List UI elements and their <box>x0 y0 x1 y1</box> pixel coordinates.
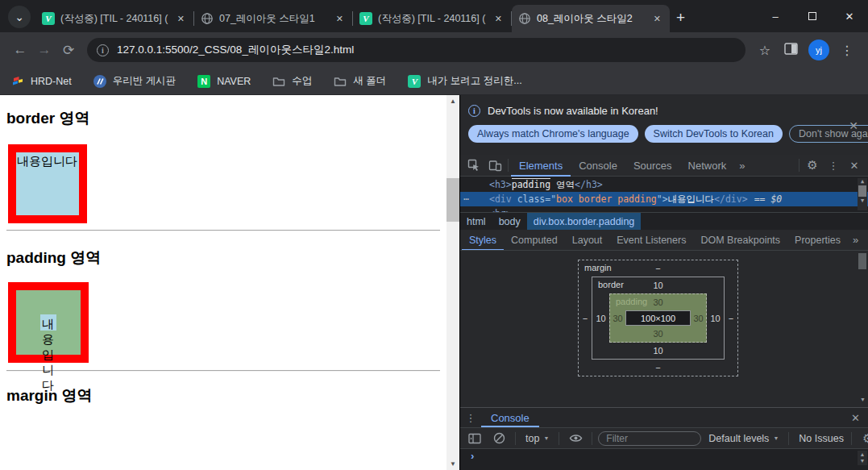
tab-elements[interactable]: Elements <box>511 155 571 177</box>
profile-avatar[interactable]: yj <box>808 40 829 60</box>
tab-search-button[interactable]: ⌄ <box>8 6 31 28</box>
site-info-icon[interactable]: i <box>97 44 109 56</box>
infobar-close-icon[interactable]: ✕ <box>849 119 858 132</box>
tab-network[interactable]: Network <box>680 155 735 177</box>
padding-right-value[interactable]: 30 <box>691 310 706 326</box>
browser-menu-button[interactable]: ⋮ <box>834 43 860 58</box>
reload-button[interactable]: ⟳ <box>56 42 81 59</box>
match-language-button[interactable]: Always match Chrome's language <box>468 125 638 143</box>
issues-counter[interactable]: No Issues <box>795 433 848 444</box>
tab-properties[interactable]: Properties <box>787 230 848 251</box>
bookmark-folder-sueop[interactable]: 수업 <box>272 74 312 88</box>
scroll-down-icon[interactable]: ▼ <box>860 397 866 402</box>
scroll-up-icon[interactable]: ▲ <box>860 451 866 458</box>
close-icon[interactable]: ✕ <box>175 14 187 24</box>
more-tabs-icon[interactable]: » <box>734 160 750 172</box>
tab-dom-breakpoints[interactable]: DOM Breakpoints <box>693 230 787 251</box>
box-model-content[interactable]: 100×100 <box>625 310 691 326</box>
padding-bottom-value[interactable]: 30 <box>625 326 691 342</box>
devtools-close-icon[interactable]: ✕ <box>844 160 865 172</box>
scrollbar-thumb[interactable] <box>446 178 459 222</box>
padding-left-value[interactable]: 30 <box>610 310 625 326</box>
scrollbar-thumb[interactable] <box>858 185 866 197</box>
bookmark-velog[interactable]: V 내가 보려고 정리한... <box>408 74 521 88</box>
bookmark-hrdnet[interactable]: HRD-Net <box>11 75 72 88</box>
bookmark-classboard[interactable]: 우리반 게시판 <box>93 74 176 88</box>
console-sidebar-icon[interactable] <box>464 433 485 444</box>
box-model-padding[interactable]: padding 30 30 30 30 100×100 <box>609 293 707 343</box>
drawer-close-icon[interactable]: ✕ <box>851 412 860 424</box>
margin-left-value[interactable]: − <box>579 277 592 360</box>
breadcrumb-body[interactable]: body <box>492 213 527 230</box>
drawer-menu-icon[interactable]: ⋮ <box>460 412 481 424</box>
dom-line-h3[interactable]: <h3>padding 영역</h3> <box>460 177 868 192</box>
console-prompt[interactable]: › ▲ ▼ <box>460 449 868 470</box>
scrollbar-thumb[interactable] <box>858 253 866 269</box>
dom-line-hr[interactable]: <hr> <box>460 206 868 212</box>
log-levels-selector[interactable]: Default levels ▼ <box>704 433 783 444</box>
levels-label: Default levels <box>708 433 769 444</box>
close-icon[interactable]: ✕ <box>651 14 663 24</box>
scroll-down-icon[interactable]: ▼ <box>861 198 864 204</box>
browser-tab-2[interactable]: 07_레이아웃 스타일1 ✕ <box>194 5 352 32</box>
breadcrumb-selected-div[interactable]: div.box.border.padding <box>527 213 642 230</box>
scroll-down-icon[interactable]: ▼ <box>860 458 866 464</box>
bookmark-folder-new[interactable]: 새 폴더 <box>334 74 386 88</box>
tab-console[interactable]: Console <box>571 155 625 177</box>
dom-tree-scrollbar[interactable]: ▲ ▼ <box>858 178 867 210</box>
clear-console-icon[interactable] <box>488 432 509 444</box>
console-scrollbar[interactable]: ▲ ▼ <box>858 451 867 465</box>
browser-tab-1[interactable]: V (작성중) [TIL - 240116] ( ✕ <box>35 5 193 32</box>
switch-korean-button[interactable]: Switch DevTools to Korean <box>645 125 783 143</box>
scroll-down-icon[interactable]: ▼ <box>446 460 459 468</box>
maximize-button[interactable] <box>794 0 831 32</box>
tab-sources[interactable]: Sources <box>625 155 680 177</box>
close-icon[interactable]: ✕ <box>492 14 505 24</box>
scroll-up-icon[interactable]: ▲ <box>446 98 459 105</box>
inspect-element-icon[interactable] <box>463 159 484 172</box>
devtools-panel: i DevTools is now available in Korean! ✕… <box>459 95 868 470</box>
box-model-margin[interactable]: margin − − − − border 10 10 10 10 padd <box>578 260 738 376</box>
console-filter-input[interactable] <box>598 431 701 446</box>
border-top-value[interactable]: 10 <box>609 277 707 293</box>
more-sidebar-tabs-icon[interactable]: » <box>848 234 863 246</box>
side-panel-button[interactable] <box>778 43 804 58</box>
device-toolbar-icon[interactable] <box>484 160 505 172</box>
gear-icon[interactable]: ⚙ <box>802 158 823 173</box>
browser-tab-4-active[interactable]: 08_레이아웃 스타일2 ✕ <box>512 5 670 32</box>
page-scrollbar[interactable]: ▲ ▼ <box>446 95 459 470</box>
eye-icon[interactable] <box>565 433 586 443</box>
back-button[interactable]: ← <box>8 42 32 58</box>
margin-right-value[interactable]: − <box>725 277 737 360</box>
dom-line-selected-div[interactable]: ⋯<div class="box border padding">내용입니다</… <box>460 192 868 206</box>
border-left-value[interactable]: 10 <box>592 293 609 343</box>
browser-tab-3[interactable]: V (작성중) [TIL - 240116] ( ✕ <box>353 5 511 32</box>
minimize-button[interactable]: – <box>757 0 794 32</box>
box-model-border[interactable]: border 10 10 10 10 padding 30 30 30 30 <box>592 277 725 360</box>
console-settings-icon[interactable]: ⚙ <box>858 431 868 446</box>
devtools-menu-icon[interactable]: ⋮ <box>823 160 844 172</box>
close-window-button[interactable]: ✕ <box>831 0 868 32</box>
address-bar[interactable]: i 127.0.0.1:5500/2_CSS/08_레이아웃스타일2.html <box>87 38 745 62</box>
tab-computed[interactable]: Computed <box>504 230 565 251</box>
new-tab-button[interactable]: + <box>676 9 685 27</box>
tab-layout[interactable]: Layout <box>565 230 610 251</box>
border-bottom-value[interactable]: 10 <box>609 343 707 359</box>
page-divider <box>6 370 440 372</box>
tab-event-listeners[interactable]: Event Listeners <box>609 230 693 251</box>
forward-button[interactable]: → <box>32 42 56 58</box>
content-area: border 영역 내용입니다 padding 영역 내용입니다 margin … <box>0 95 868 470</box>
drawer-tab-console[interactable]: Console <box>481 408 539 427</box>
breadcrumb-html[interactable]: html <box>460 213 492 230</box>
margin-bottom-value[interactable]: − <box>592 360 725 376</box>
close-icon[interactable]: ✕ <box>334 14 346 24</box>
bookmark-naver[interactable]: N NAVER <box>197 75 251 88</box>
border-right-value[interactable]: 10 <box>707 293 724 343</box>
context-selector[interactable]: top ▼ <box>521 433 553 444</box>
classboard-icon <box>93 75 106 88</box>
tab-styles[interactable]: Styles <box>462 230 504 251</box>
bookmark-star-button[interactable]: ☆ <box>752 43 778 58</box>
scroll-up-icon[interactable]: ▲ <box>861 178 864 185</box>
margin-top-value[interactable]: − <box>592 260 725 277</box>
page-divider <box>6 230 440 231</box>
